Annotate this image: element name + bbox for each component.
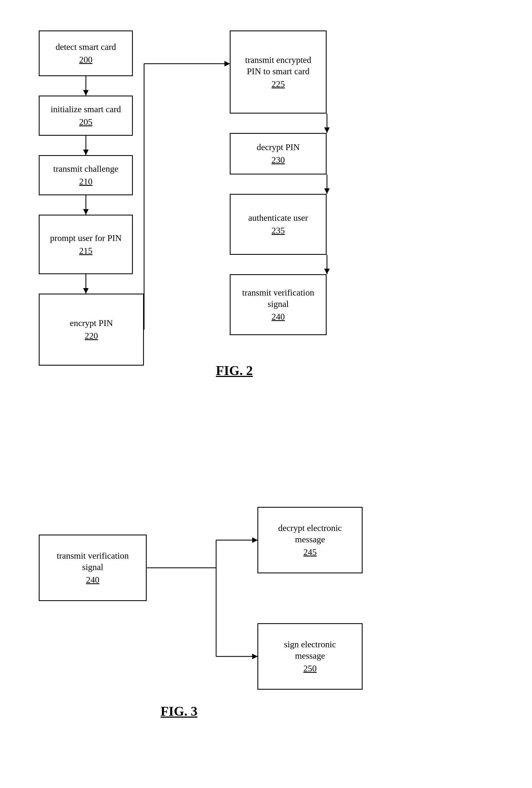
svg-marker-23 [252,654,258,659]
box-210: transmit challenge 210 [39,155,133,195]
svg-marker-3 [83,150,88,155]
box-245: decrypt electronic message 245 [258,507,363,573]
box-240-fig3: transmit verification signal 240 [39,535,147,601]
svg-marker-16 [324,269,330,274]
box-205: initialize smart card 205 [39,96,133,136]
page: detect smart card 200 initialize smart c… [0,0,532,788]
box-200: detect smart card 200 [39,31,133,76]
box-250: sign electronic message 250 [258,623,363,690]
box-235: authenticate user 235 [230,194,327,255]
svg-marker-14 [324,188,330,194]
svg-marker-1 [83,90,88,96]
svg-marker-10 [224,61,230,66]
svg-marker-12 [324,127,330,133]
box-230: decrypt PIN 230 [230,133,327,175]
svg-marker-20 [252,537,258,543]
fig3-label: FIG. 3 [161,704,197,719]
box-225: transmit encrypted PIN to smart card 225 [230,31,327,114]
box-240: transmit verification signal 240 [230,274,327,335]
svg-marker-7 [83,288,88,294]
box-220: encrypt PIN 220 [39,294,144,366]
fig2-label: FIG. 2 [216,363,253,378]
fig2-diagram: detect smart card 200 initialize smart c… [22,17,510,474]
box-215: prompt user for PIN 215 [39,215,133,274]
fig3-diagram: transmit verification signal 240 decrypt… [22,496,510,745]
svg-marker-5 [83,209,88,215]
